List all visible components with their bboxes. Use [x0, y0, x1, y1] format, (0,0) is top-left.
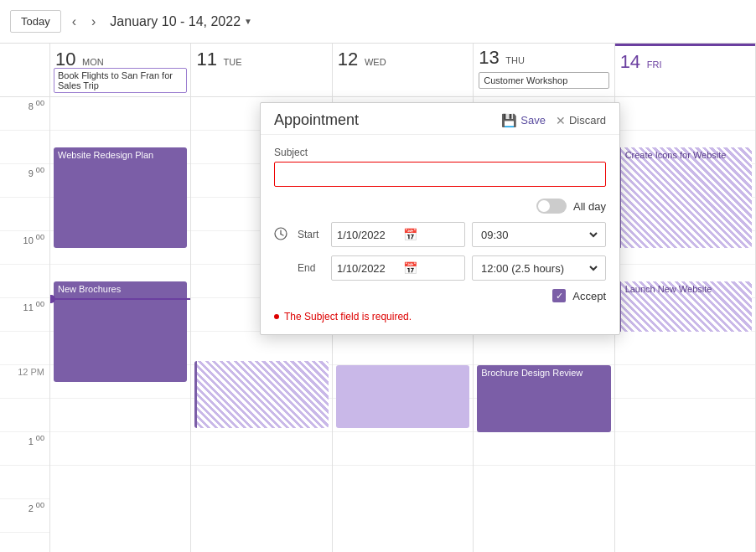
time-gutter: 8 00 9 00 10 00 11 00 12 PM 1 00 2 00 3 …: [0, 44, 50, 552]
allday-row: All day: [274, 199, 606, 214]
event-launch-website[interactable]: Launch New Website: [619, 281, 752, 332]
subject-group: Subject: [274, 147, 606, 187]
error-message: The Subject field is required.: [284, 311, 412, 322]
error-dot-icon: [274, 314, 279, 319]
time-11h: [0, 332, 49, 365]
time-9h: [0, 198, 49, 231]
start-date-input[interactable]: 📅: [331, 222, 465, 247]
day-num-fri: 14: [620, 51, 640, 73]
day-name-wed: Wed: [365, 57, 386, 67]
time-1h: [0, 466, 49, 499]
day-header-fri: 14 Fri: [615, 44, 755, 97]
subject-label: Subject: [274, 147, 606, 158]
day-num-tue: 11: [196, 49, 216, 70]
allday-toggle[interactable]: [536, 199, 567, 214]
end-label: End: [298, 262, 324, 274]
today-button[interactable]: Today: [10, 10, 61, 33]
svg-line-2: [281, 234, 283, 235]
time-10: 10 00: [0, 231, 49, 265]
event-wed-bottom[interactable]: [336, 365, 469, 428]
date-range-caret-icon: ▼: [244, 17, 252, 26]
calendar-body: 8 00 9 00 10 00 11 00 12 PM 1 00 2 00 3 …: [0, 44, 756, 552]
end-time-select[interactable]: 12:00 (2.5 hours): [472, 255, 606, 281]
subject-input[interactable]: [274, 162, 606, 187]
event-brochure-design[interactable]: Brochure Design Review: [477, 365, 610, 432]
error-row: The Subject field is required.: [274, 311, 606, 322]
event-tue-bottom1[interactable]: [194, 361, 328, 428]
time-10h: [0, 265, 49, 298]
prev-button[interactable]: ‹: [68, 13, 80, 31]
save-button[interactable]: 💾 Save: [501, 113, 546, 128]
day-num-thu: 13: [479, 47, 499, 69]
dialog-header: Appointment 💾 Save ✕ Discard: [261, 103, 619, 135]
start-time-dropdown[interactable]: 09:30: [478, 228, 600, 242]
dialog-title: Appointment: [274, 111, 359, 129]
time-12: 12 PM: [0, 365, 49, 399]
event-book-flights[interactable]: Book Flights to San Fran for Sales Trip: [54, 68, 187, 93]
day-name-fri: Fri: [647, 59, 662, 70]
calendar-header: Today ‹ › January 10 - 14, 2022 ▼: [0, 0, 756, 44]
dialog-body: Subject All day: [261, 135, 619, 334]
day-col-fri: 14 Fri Create Icons for Website Launch N…: [615, 44, 756, 552]
accept-label: Accept: [572, 290, 606, 302]
time-12h: [0, 399, 49, 432]
event-create-icons[interactable]: Create Icons for Website: [619, 147, 752, 248]
time-2: 2 00: [0, 499, 49, 533]
end-time-dropdown[interactable]: 12:00 (2.5 hours): [478, 261, 600, 276]
time-9: 9 00: [0, 164, 49, 198]
day-name-thu: Thu: [505, 55, 525, 65]
day-col-mon: 10 Mon Book Flights to San Fran for Sale…: [50, 44, 191, 552]
start-date-field[interactable]: [337, 229, 400, 241]
appointment-dialog: Appointment 💾 Save ✕ Discard Subject: [260, 102, 620, 335]
start-time-select[interactable]: 09:30: [472, 222, 606, 247]
time-8: 8 00: [0, 97, 49, 131]
end-date-field[interactable]: [337, 262, 400, 275]
accept-checkbox[interactable]: ✓: [552, 289, 566, 302]
time-1: 1 00: [0, 432, 49, 466]
day-header-wed: 12 Wed: [333, 44, 473, 97]
date-range[interactable]: January 10 - 14, 2022 ▼: [110, 14, 252, 29]
allday-label: All day: [573, 200, 606, 213]
dialog-actions: 💾 Save ✕ Discard: [501, 113, 606, 128]
day-columns: 10 Mon Book Flights to San Fran for Sale…: [50, 44, 756, 552]
day-header-thu: 13 Thu Customer Workshop: [474, 44, 614, 97]
day-num-wed: 12: [338, 49, 358, 70]
time-11: 11 00: [0, 298, 49, 332]
end-date-input[interactable]: 📅: [331, 255, 465, 281]
day-header-tue: 11 Tue: [191, 44, 331, 97]
calendar-icon-end[interactable]: 📅: [403, 261, 417, 275]
start-label: Start: [298, 229, 324, 240]
event-new-brochures[interactable]: New Brochures: [54, 281, 187, 382]
day-name-tue: Tue: [224, 57, 242, 67]
event-website-redesign[interactable]: Website Redesign Plan: [54, 147, 187, 248]
save-icon: 💾: [501, 113, 517, 128]
next-button[interactable]: ›: [87, 13, 100, 31]
close-icon: ✕: [556, 114, 566, 127]
accept-row: ✓ Accept: [274, 289, 606, 302]
discard-button[interactable]: ✕ Discard: [556, 114, 606, 127]
day-name-mon: Mon: [82, 57, 104, 67]
time-8h: [0, 131, 49, 164]
calendar-icon-start[interactable]: 📅: [403, 228, 417, 241]
now-line: [50, 298, 190, 300]
day-header-mon: 10 Mon Book Flights to San Fran for Sale…: [50, 44, 190, 97]
event-customer-workshop[interactable]: Customer Workshop: [479, 72, 608, 89]
clock-icon: [274, 227, 291, 243]
time-2h: [0, 533, 49, 552]
